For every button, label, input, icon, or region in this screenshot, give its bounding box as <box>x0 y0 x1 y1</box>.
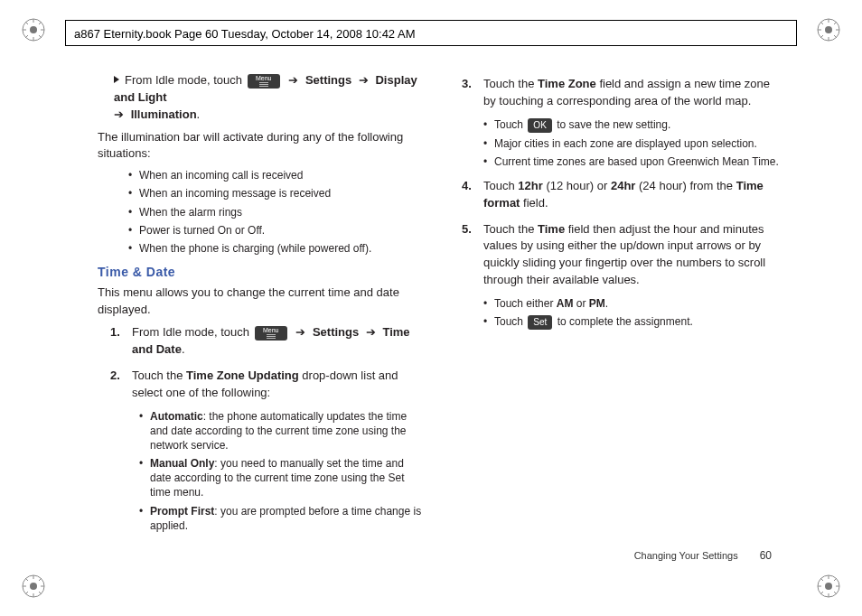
svg-line-27 <box>39 592 42 594</box>
crop-screw-icon <box>20 16 47 43</box>
page-footer: Changing Your Settings 60 <box>634 549 772 562</box>
text: Touch the <box>483 222 538 236</box>
list-item: Prompt First: you are prompted before a … <box>139 504 422 533</box>
step-number: 3. <box>462 76 472 93</box>
right-column: 3. Touch the Time Zone field and assign … <box>458 72 782 553</box>
field-time-zone-updating: Time Zone Updating <box>186 369 299 382</box>
svg-line-8 <box>39 22 42 24</box>
option-12hr: 12hr <box>518 179 542 192</box>
step-2: 2. Touch the Time Zone Updating drop-dow… <box>110 368 422 533</box>
menu-bars-icon <box>267 334 276 339</box>
arrow-icon: ➔ <box>366 324 376 341</box>
crop-mark-line <box>65 45 797 46</box>
list-item: Power is turned On or Off. <box>128 223 422 238</box>
crop-header-text: a867 Eternity.book Page 60 Tuesday, Octo… <box>70 27 416 41</box>
text: to complete the assignment. <box>557 315 693 328</box>
arrow-icon: ➔ <box>295 324 305 341</box>
option-automatic: Automatic <box>150 410 203 423</box>
svg-line-7 <box>39 35 42 38</box>
list-item: When the alarm rings <box>128 205 422 219</box>
text: field. <box>520 196 548 210</box>
step3-sub: Touch OK to save the new setting. Major … <box>483 117 782 169</box>
option-manual-only: Manual Only <box>150 457 214 470</box>
svg-line-36 <box>820 578 823 581</box>
text: . <box>182 342 185 356</box>
text: From Idle mode, touch <box>125 73 246 87</box>
step-number: 2. <box>110 368 120 385</box>
text: or <box>573 297 588 310</box>
list-item: Automatic: the phone automatically updat… <box>139 409 422 453</box>
option-24hr: 24hr <box>611 179 635 192</box>
illumination-bullets: When an incoming call is received When a… <box>128 168 422 256</box>
list-item: Major cities in each zone are displayed … <box>483 136 782 151</box>
menu-icon: Menu <box>248 74 280 89</box>
svg-line-18 <box>834 22 837 24</box>
set-button-icon: Set <box>528 315 552 330</box>
text: Touch <box>494 118 526 131</box>
list-item: When an incoming message is received <box>128 186 422 201</box>
svg-line-37 <box>834 592 837 594</box>
menu-icon-label: Menu <box>263 327 279 333</box>
option-pm: PM <box>589 297 605 310</box>
svg-point-21 <box>30 583 37 590</box>
breadcrumb-settings: Settings <box>305 73 351 87</box>
menu-bars-icon <box>259 82 268 87</box>
text: Touch <box>494 315 526 328</box>
page-content: From Idle mode, touch Menu ➔ Settings ➔ … <box>98 72 782 553</box>
svg-line-19 <box>820 35 823 38</box>
text: Touch either <box>494 297 557 310</box>
footer-page-number: 60 <box>760 549 772 562</box>
crop-screw-icon <box>20 573 47 600</box>
text: . <box>605 297 608 310</box>
text: Touch the <box>483 77 538 90</box>
text: Touch the <box>132 369 186 382</box>
text: to save the new setting. <box>557 118 670 131</box>
intro-line: From Idle mode, touch Menu ➔ Settings ➔ … <box>114 72 422 124</box>
step-1: 1. From Idle mode, touch Menu ➔ Settings… <box>110 324 422 359</box>
time-date-intro: This menu allows you to change the curre… <box>98 285 422 319</box>
option-am: AM <box>557 297 574 310</box>
svg-line-28 <box>39 578 42 581</box>
step-4: 4. Touch 12hr (12 hour) or 24hr (24 hour… <box>462 178 782 212</box>
arrow-icon: ➔ <box>288 72 298 89</box>
crop-mark-tick <box>796 20 797 45</box>
svg-point-1 <box>30 26 37 33</box>
svg-line-29 <box>25 592 28 594</box>
text: . <box>197 107 201 121</box>
svg-point-31 <box>825 583 832 590</box>
svg-line-39 <box>820 592 823 594</box>
arrow-icon: ➔ <box>359 72 369 89</box>
step-number: 4. <box>462 178 472 195</box>
svg-line-6 <box>25 22 28 24</box>
footer-section: Changing Your Settings <box>634 550 738 561</box>
list-item: Touch Set to complete the assignment. <box>483 314 782 330</box>
svg-line-26 <box>25 578 28 581</box>
crop-header: a867 Eternity.book Page 60 Tuesday, Octo… <box>70 22 792 45</box>
menu-icon-label: Menu <box>256 75 272 81</box>
arrow-icon: ➔ <box>114 107 124 124</box>
crop-screw-icon <box>815 573 842 600</box>
field-time: Time <box>538 222 565 236</box>
tz-options: Automatic: the phone automatically updat… <box>139 409 422 534</box>
illumination-intro: The illumination bar will activate durin… <box>98 129 422 163</box>
breadcrumb-settings: Settings <box>313 325 359 339</box>
text: (12 hour) or <box>543 179 611 192</box>
list-item: When an incoming call is received <box>128 168 422 182</box>
svg-point-11 <box>825 26 832 33</box>
field-time-zone: Time Zone <box>538 77 596 90</box>
step-5: 5. Touch the Time field then adjust the … <box>462 221 782 330</box>
step5-sub: Touch either AM or PM. Touch Set to comp… <box>483 296 782 330</box>
list-item: Touch either AM or PM. <box>483 296 782 311</box>
list-item: Current time zones are based upon Greenw… <box>483 154 782 169</box>
caret-icon <box>114 76 119 83</box>
steps-list-left: 1. From Idle mode, touch Menu ➔ Settings… <box>110 324 422 533</box>
section-heading-time-date: Time & Date <box>98 263 422 281</box>
svg-line-16 <box>820 22 823 24</box>
text: From Idle mode, touch <box>132 325 253 339</box>
crop-screw-icon <box>815 16 842 43</box>
ok-button-icon: OK <box>528 118 551 133</box>
svg-line-17 <box>834 35 837 38</box>
svg-line-9 <box>25 35 28 38</box>
crop-mark-tick <box>65 20 66 45</box>
step-number: 5. <box>462 221 472 238</box>
